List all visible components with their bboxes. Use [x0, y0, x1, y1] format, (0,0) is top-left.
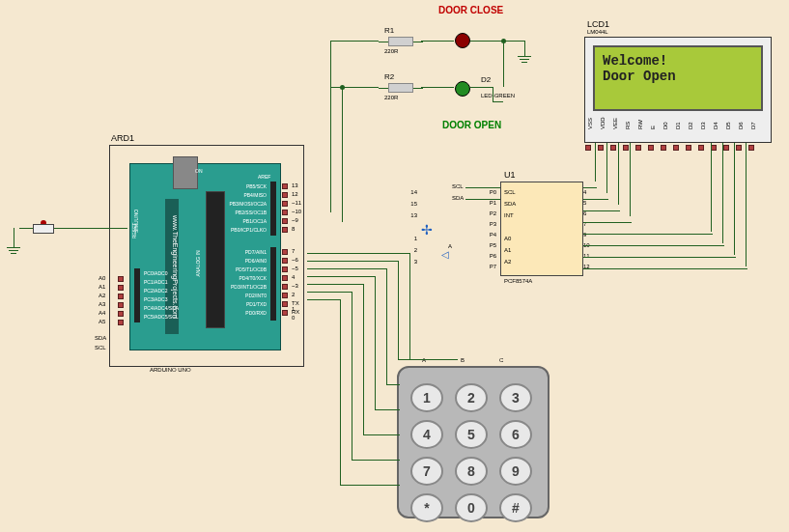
- ard-name: ARD1: [111, 133, 134, 143]
- key-8[interactable]: 8: [455, 457, 488, 486]
- key-7[interactable]: 7: [410, 457, 443, 486]
- component-keypad: 1 2 3 4 5 6 7 8 9 * 0 #: [397, 366, 549, 518]
- key-4[interactable]: 4: [410, 420, 443, 449]
- led-green: [455, 81, 470, 97]
- arduino-analog-lbl: ANALOG IN: [195, 250, 201, 276]
- d2-name: D2: [481, 75, 491, 84]
- key-star[interactable]: *: [410, 493, 443, 522]
- lcd-pin-labels: VSSVDDVEERSRWED0D1D2D3D4D5D6D7: [587, 124, 771, 143]
- component-r2: [379, 83, 423, 93]
- key-hash[interactable]: #: [499, 493, 532, 522]
- led-red: [455, 33, 470, 48]
- r2-name: R2: [384, 72, 394, 81]
- ic-name: U1: [504, 170, 516, 180]
- kp-col-c: C: [499, 357, 503, 363]
- ard-part: ARDUINO UNO: [150, 367, 191, 373]
- ic-part: PCF8574A: [504, 278, 532, 284]
- label-door-close: DOOR CLOSE: [438, 5, 503, 15]
- arduino-on: ON: [195, 168, 203, 174]
- ic-scl-net: SCL: [452, 183, 464, 189]
- kp-col-b: B: [461, 357, 465, 363]
- d2-val: LED-GREEN: [481, 93, 515, 98]
- arduino-reset: RESET: [131, 223, 137, 239]
- arduino-aref: AREF: [258, 174, 270, 180]
- key-3[interactable]: 3: [499, 383, 532, 412]
- arduino-mcu: [206, 191, 225, 328]
- label-door-open: DOOR OPEN: [442, 120, 501, 130]
- r2-val: 220R: [384, 95, 398, 100]
- key-0[interactable]: 0: [455, 493, 488, 522]
- cursor-crosshair: ✢: [421, 222, 433, 238]
- lcd-line2: Door Open: [603, 69, 753, 84]
- ic-sda-net: SDA: [452, 195, 464, 201]
- arduino-sda-net: SDA: [95, 335, 106, 341]
- r1-name: R1: [384, 26, 394, 35]
- gnd-led: [518, 56, 531, 63]
- key-5[interactable]: 5: [455, 420, 488, 449]
- gnd-button: [7, 247, 20, 254]
- key-2[interactable]: 2: [455, 383, 488, 412]
- lcd-line1: Welcome!: [603, 53, 753, 69]
- kp-col-a: A: [422, 357, 426, 363]
- key-1[interactable]: 1: [410, 383, 443, 412]
- key-6[interactable]: 6: [499, 420, 532, 449]
- lcd-screen: Welcome! Door Open: [593, 45, 763, 111]
- component-r1: [379, 37, 423, 46]
- component-ic: [500, 182, 583, 276]
- probe-a: ◁: [441, 249, 449, 260]
- lcd-part: LM044L: [587, 29, 608, 35]
- r1-val: 220R: [384, 48, 398, 54]
- lcd-name: LCD1: [587, 19, 609, 29]
- arduino-scl-net: SCL: [95, 345, 106, 350]
- key-9[interactable]: 9: [499, 457, 532, 486]
- component-arduino: www.TheEngineeringProjects.com SIMULINO …: [109, 145, 304, 367]
